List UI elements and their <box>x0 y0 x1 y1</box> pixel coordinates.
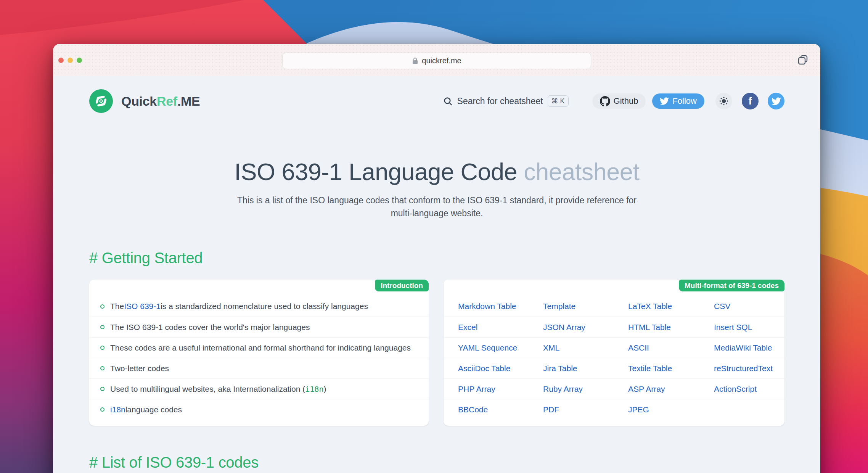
search-placeholder: Search for cheatsheet <box>457 96 543 106</box>
section-heading-list-of-codes: # List of ISO 639-1 codes <box>89 454 784 471</box>
page-title: ISO 639-1 Language Code cheatsheet <box>89 158 784 185</box>
inline-link[interactable]: i18n <box>110 405 125 414</box>
list-item-text: Used to multilingual websites, aka Inter… <box>110 385 305 394</box>
bullet-icon <box>100 304 104 309</box>
theme-toggle-button[interactable] <box>715 93 732 109</box>
twitter-follow-button[interactable]: Follow <box>652 93 704 109</box>
bullet-icon <box>100 387 104 391</box>
search-shortcut-badge: ⌘ K <box>548 95 569 107</box>
intro-list: The ISO 639-1 is a standardized nomencla… <box>89 296 429 420</box>
bullet-icon <box>100 325 104 329</box>
bullet-icon <box>100 346 104 350</box>
minimize-button[interactable] <box>68 58 73 63</box>
list-item: Two-letter codes <box>89 358 429 378</box>
list-item-text: Two-letter codes <box>110 364 169 373</box>
format-link[interactable]: Jira Table <box>543 364 628 373</box>
format-link[interactable]: CSV <box>714 302 784 311</box>
formats-row: YAML SequenceXMLASCIIMediaWiki Table <box>444 337 784 358</box>
formats-row: BBCodePDFJPEG <box>444 399 784 420</box>
formats-row: AsciiDoc TableJira TableTextile TablereS… <box>444 358 784 378</box>
facebook-icon: f <box>749 95 752 107</box>
twitter-bird-icon <box>660 97 669 106</box>
page-title-suffix: cheatsheet <box>524 158 639 185</box>
format-link[interactable]: MediaWiki Table <box>714 343 784 352</box>
format-link[interactable]: JPEG <box>628 405 714 414</box>
traffic-lights <box>58 58 82 63</box>
format-link[interactable]: Insert SQL <box>714 323 784 332</box>
list-item-text: The ISO 639-1 codes cover the world's ma… <box>110 323 310 332</box>
format-link[interactable]: reStructuredText <box>714 364 784 373</box>
github-button[interactable]: Github <box>592 93 646 109</box>
format-link[interactable]: JSON Array <box>543 323 628 332</box>
format-link[interactable]: XML <box>543 343 628 352</box>
address-bar[interactable]: quickref.me <box>282 53 591 69</box>
quickref-logo-icon <box>89 89 113 113</box>
format-link[interactable]: AsciiDoc Table <box>458 364 543 373</box>
list-item: i18n language codes <box>89 399 429 420</box>
format-link[interactable]: BBCode <box>458 405 543 414</box>
cards-row: Introduction The ISO 639-1 is a standard… <box>89 280 784 426</box>
list-item-text: The <box>110 302 124 311</box>
twitter-icon <box>772 97 781 106</box>
search-icon <box>443 97 453 106</box>
github-label: Github <box>614 96 638 106</box>
github-icon <box>600 96 610 106</box>
list-item-text: ) <box>323 385 326 394</box>
browser-titlebar: quickref.me <box>53 44 820 76</box>
copy-icon <box>797 55 808 65</box>
format-link[interactable]: HTML Table <box>628 323 714 332</box>
formats-card-badge: Multi-format of 639-1 codes <box>679 280 784 291</box>
formats-row: PHP ArrayRuby ArrayASP ArrayActionScript <box>444 378 784 399</box>
format-link[interactable]: YAML Sequence <box>458 343 543 352</box>
lock-icon <box>412 57 418 64</box>
format-link[interactable]: PHP Array <box>458 385 543 394</box>
sun-icon <box>719 96 729 106</box>
bullet-icon <box>100 366 104 370</box>
inline-code: i18n <box>305 385 323 394</box>
format-link[interactable]: ActionScript <box>714 385 784 394</box>
formats-row: ExcelJSON ArrayHTML TableInsert SQL <box>444 317 784 337</box>
section-heading-getting-started: # Getting Started <box>89 249 784 267</box>
format-link[interactable]: Ruby Array <box>543 385 628 394</box>
page-content: QuickRef.ME Search for cheatsheet ⌘ K <box>53 76 820 473</box>
list-item-text: is a standardized nomenclature used to c… <box>161 302 368 311</box>
list-item: Used to multilingual websites, aka Inter… <box>89 378 429 399</box>
list-item: These codes are a useful international a… <box>89 337 429 358</box>
bullet-icon <box>100 407 104 412</box>
format-link[interactable]: Markdown Table <box>458 302 543 311</box>
desktop: quickref.me <box>0 0 868 473</box>
formats-row: Markdown TableTemplateLaTeX TableCSV <box>444 296 784 317</box>
formats-grid: Markdown TableTemplateLaTeX TableCSVExce… <box>444 296 784 420</box>
follow-label: Follow <box>672 96 697 106</box>
format-link[interactable]: LaTeX Table <box>628 302 714 311</box>
format-link[interactable]: ASCII <box>628 343 714 352</box>
list-item: The ISO 639-1 codes cover the world's ma… <box>89 317 429 337</box>
list-item: The ISO 639-1 is a standardized nomencla… <box>89 296 429 317</box>
format-link[interactable]: ASP Array <box>628 385 714 394</box>
intro-card-badge: Introduction <box>375 280 429 291</box>
format-link[interactable]: Template <box>543 302 628 311</box>
list-item-text: language codes <box>125 405 182 414</box>
twitter-button[interactable] <box>768 93 784 109</box>
close-button[interactable] <box>58 58 64 63</box>
page-subtitle: This is a list of the ISO language codes… <box>89 194 784 220</box>
formats-card: Multi-format of 639-1 codes Markdown Tab… <box>444 280 784 426</box>
intro-card: Introduction The ISO 639-1 is a standard… <box>89 280 429 426</box>
site-header: QuickRef.ME Search for cheatsheet ⌘ K <box>89 89 784 113</box>
zoom-button[interactable] <box>77 58 82 63</box>
browser-window: quickref.me <box>53 44 820 473</box>
header-actions: Search for cheatsheet ⌘ K Github <box>443 93 784 109</box>
tab-overview-button[interactable] <box>797 54 809 66</box>
list-item-text: These codes are a useful international a… <box>110 343 411 352</box>
format-link[interactable]: PDF <box>543 405 628 414</box>
brand-logo[interactable]: QuickRef.ME <box>89 89 200 113</box>
brand-wordmark: QuickRef.ME <box>121 94 200 109</box>
facebook-button[interactable]: f <box>742 93 759 109</box>
url-text: quickref.me <box>422 56 461 65</box>
search-input[interactable]: Search for cheatsheet ⌘ K <box>443 95 569 107</box>
inline-link[interactable]: ISO 639-1 <box>124 302 161 311</box>
format-link[interactable]: Excel <box>458 323 543 332</box>
format-link[interactable]: Textile Table <box>628 364 714 373</box>
